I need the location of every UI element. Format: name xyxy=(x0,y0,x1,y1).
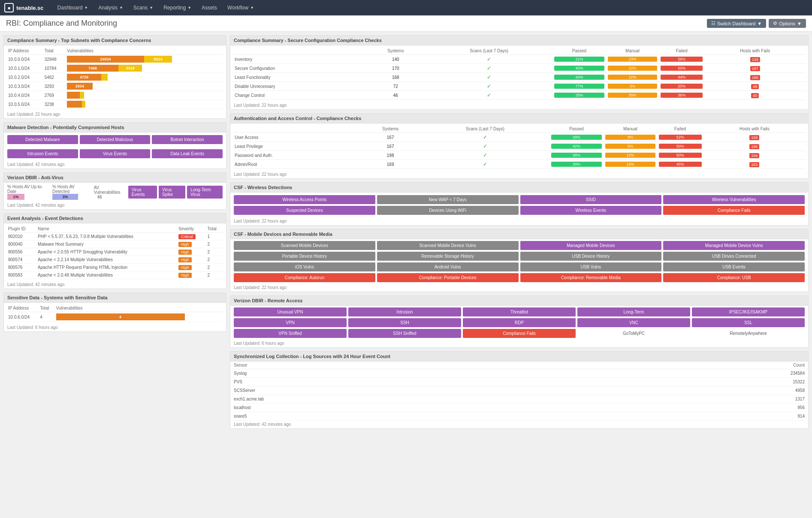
remote-button[interactable]: RemotelyAnywhere xyxy=(692,329,805,338)
panel-malware: Malware Detection - Potentially Compromi… xyxy=(3,122,226,169)
remote-button[interactable]: Unusual VPN xyxy=(234,307,347,316)
event-row: 800583Apache < 2.0.48 Multiple Vulnerabi… xyxy=(6,271,223,279)
wireless-button[interactable]: Devices Using WiFi xyxy=(377,206,519,215)
event-plugin-id: 800556 xyxy=(6,248,36,256)
options-button[interactable]: ⚙ Options ▼ xyxy=(769,19,806,28)
remote-button[interactable]: SSH Sniffed xyxy=(348,329,461,338)
event-severity: High xyxy=(177,256,206,264)
col-vulns: Vulnerabilities xyxy=(65,47,223,55)
mobile-button[interactable]: Managed Mobile Device Vulns xyxy=(663,241,805,250)
compliance-failed: 36% xyxy=(659,91,704,100)
malware-button[interactable]: Data Leak Events xyxy=(152,149,223,158)
remote-button[interactable]: RDP xyxy=(463,318,576,327)
remote-button[interactable]: VNC xyxy=(577,318,690,327)
mobile-button[interactable]: USB Device History xyxy=(520,252,662,261)
mobile-button[interactable]: Removable Storage History xyxy=(377,252,519,261)
mobile-button[interactable]: Portable Device History xyxy=(234,252,375,261)
event-severity: High xyxy=(177,241,206,248)
event-row: 800556Apache < 2.0.55 HTTP Smuggling Vul… xyxy=(6,248,223,256)
chevron-down-icon: ▼ xyxy=(84,6,88,10)
mobile-button[interactable]: Scanned Mobile Device Vulns xyxy=(377,241,519,250)
chevron-down-icon: ▼ xyxy=(149,6,153,10)
malware-button[interactable]: Detected Malware xyxy=(7,135,78,144)
malware-button[interactable]: Botnet Interaction xyxy=(152,135,223,144)
subnet-vulns xyxy=(65,91,223,100)
mobile-button[interactable]: iOS Vulns xyxy=(234,262,375,271)
event-severity: High xyxy=(177,271,206,279)
event-row: 800574Apache < 2.2.14 Multiple Vulnerabi… xyxy=(6,256,223,264)
compliance-scans: ✓ xyxy=(426,64,552,73)
malware-button[interactable]: Virus Events xyxy=(80,149,151,158)
wireless-button[interactable]: Wireless Access Points xyxy=(234,195,375,204)
subnet-vulns: 2634 xyxy=(65,82,223,91)
nav-scans[interactable]: Scans ▼ xyxy=(128,0,158,15)
event-row: 800040Malware Host SummaryHigh2 xyxy=(6,241,223,248)
mobile-button[interactable]: USB Drives Connected xyxy=(663,252,805,261)
switch-dashboard-label: Switch Dashboard xyxy=(717,21,755,26)
remote-button[interactable]: SSH xyxy=(348,318,461,327)
subnet-total: 32948 xyxy=(43,55,65,64)
mobile-button[interactable]: USB Vulns xyxy=(520,262,662,271)
nav-assets[interactable]: Assets xyxy=(196,0,222,15)
auth-table-wrap: Systems Scans (Last 7 Days) Passed Manua… xyxy=(230,123,808,171)
compliance-name: Inventory xyxy=(233,55,365,64)
col-hosts-fails: Hosts with Fails xyxy=(704,47,806,55)
nav-dashboard[interactable]: Dashboard ▼ xyxy=(52,0,94,15)
nav-reporting[interactable]: Reporting ▼ xyxy=(158,0,196,15)
remote-button[interactable]: Threatlist xyxy=(463,307,576,316)
col-count: Count xyxy=(598,361,808,369)
compliance-name: Disable Unnecessary xyxy=(233,82,365,91)
av-button[interactable]: Long-Term Virus xyxy=(187,186,223,199)
remote-button[interactable]: Long-Term xyxy=(577,307,690,316)
mobile-button[interactable]: Android Vulns xyxy=(377,262,519,271)
remote-button[interactable]: SSL xyxy=(692,318,805,327)
remote-button[interactable]: GoToMyPC xyxy=(577,329,690,338)
event-plugin-id: 800576 xyxy=(6,264,36,271)
panel-verizon-remote: Verizon DBIR - Remote Access Unusual VPN… xyxy=(230,295,809,348)
remote-button[interactable]: VPN xyxy=(234,318,347,327)
nav-workflow[interactable]: Workflow ▼ xyxy=(222,0,259,15)
mobile-button[interactable]: Compliance: USB xyxy=(663,273,805,282)
compliance-scans: ✓ xyxy=(421,151,549,160)
col-systems: Systems xyxy=(360,125,421,133)
mobile-button[interactable]: Compliance: Portable Devices xyxy=(377,273,519,282)
wireless-button[interactable]: Compliance Fails xyxy=(663,206,805,215)
malware-button[interactable]: Detected Malicious xyxy=(80,135,151,144)
malware-button[interactable]: Intrusion Events xyxy=(7,149,78,158)
mobile-button[interactable]: Managed Mobile Devices xyxy=(520,241,662,250)
event-total: 2 xyxy=(206,248,223,256)
wireless-button[interactable]: SSID xyxy=(520,195,662,204)
panel-csf-wireless: CSF - Wireless Detections Wireless Acces… xyxy=(230,182,809,226)
av-button[interactable]: Virus Events xyxy=(128,186,157,199)
mobile-button[interactable]: Compliance: Removable Media xyxy=(520,273,662,282)
page-header: RBI: Compliance and Monitoring ☷ Switch … xyxy=(0,15,812,32)
switch-dashboard-button[interactable]: ☷ Switch Dashboard ▼ xyxy=(707,19,766,28)
mobile-button[interactable]: Compliance: Autorun xyxy=(234,273,375,282)
mobile-button[interactable]: Scanned Mobile Devices xyxy=(234,241,375,250)
panel-secure-title: Compliance Summary - Secure Configuratio… xyxy=(230,36,808,45)
remote-button[interactable]: Compliance Fails xyxy=(463,329,576,338)
av-uptodate-bar: 1% xyxy=(7,194,24,200)
panel-sensitive-data: Sensitive Data - Systems with Sensitive … xyxy=(3,292,226,332)
subnet-total: 10784 xyxy=(43,64,65,73)
mobile-btns-row4: Compliance: AutorunCompliance: Portable … xyxy=(230,271,808,284)
remote-button[interactable]: VPN Sniffed xyxy=(234,329,347,338)
wireless-button[interactable]: Wireless Events xyxy=(520,206,662,215)
sensitive-table: IP Address Total Vulnerabilities 10.0.6.… xyxy=(6,304,223,322)
log-row: SCSServer4958 xyxy=(230,386,808,395)
compliance-failed: 50% xyxy=(659,64,704,73)
av-button[interactable]: Virus Spike xyxy=(159,186,185,199)
remote-button[interactable]: Intrusion xyxy=(348,307,461,316)
remote-button[interactable]: IPSEC/IKE/ISAKMP xyxy=(692,307,805,316)
col-systems: Systems xyxy=(365,47,426,55)
wireless-button[interactable]: New WAP < 7 Days xyxy=(377,195,519,204)
mobile-button[interactable]: USB Events xyxy=(663,262,805,271)
wireless-button[interactable]: Wireless Vulnerabilities xyxy=(663,195,805,204)
wireless-button[interactable]: Suspected Devices xyxy=(234,206,375,215)
nav-analysis[interactable]: Analysis ▼ xyxy=(93,0,128,15)
event-total: 2 xyxy=(206,256,223,264)
compliance-manual: 10% xyxy=(606,64,659,73)
compliance-name: Admin/Root xyxy=(233,160,360,169)
av-vulns-label: AV Vulnerabilities xyxy=(94,185,125,195)
topnav: ■ tenable.sc Dashboard ▼ Analysis ▼ Scan… xyxy=(0,0,812,15)
